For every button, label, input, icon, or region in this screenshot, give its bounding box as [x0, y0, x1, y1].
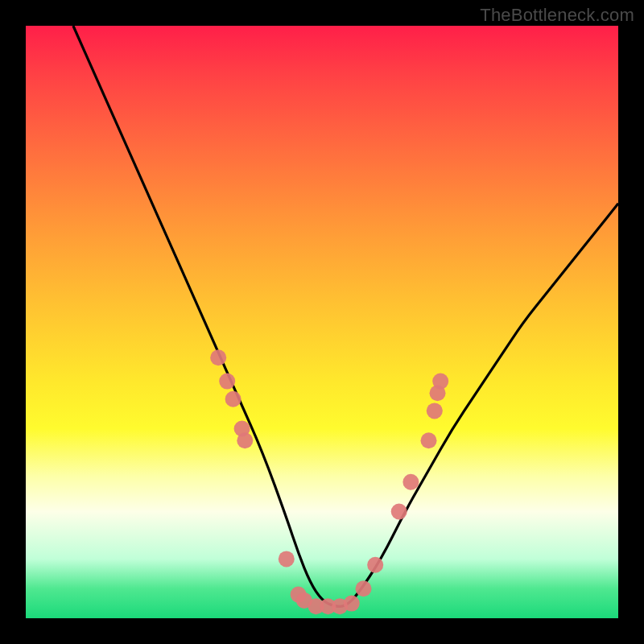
marker-point	[421, 432, 437, 448]
plot-area	[26, 26, 618, 618]
markers-group	[210, 349, 448, 614]
marker-point	[237, 432, 253, 448]
marker-point	[225, 391, 242, 407]
marker-point	[344, 596, 360, 612]
marker-point	[391, 504, 407, 520]
marker-point	[219, 374, 235, 390]
attribution-label: TheBottleneck.com	[480, 5, 634, 26]
marker-point	[402, 474, 419, 490]
marker-point	[427, 402, 443, 419]
marker-point	[356, 580, 372, 597]
v-curve-path	[73, 26, 618, 606]
marker-point	[432, 374, 448, 390]
chart-svg	[26, 26, 618, 618]
marker-point	[367, 557, 383, 573]
marker-point	[279, 551, 295, 567]
marker-point	[210, 349, 226, 365]
chart-frame: TheBottleneck.com	[0, 0, 644, 644]
